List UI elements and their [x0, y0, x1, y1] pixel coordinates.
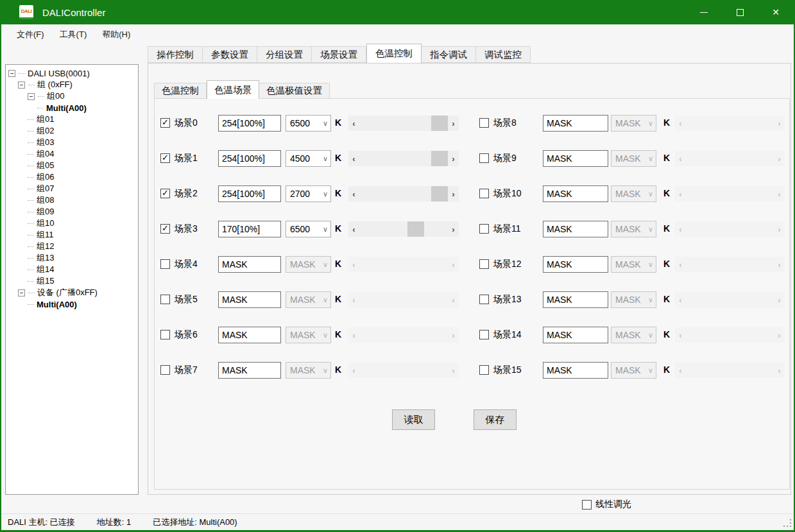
scene-temp-select[interactable]: MASK ∨: [611, 362, 656, 379]
tree-node[interactable]: 组 (0xFF): [6, 79, 138, 90]
tree-node[interactable]: Multi(A00): [6, 102, 138, 114]
tab-7[interactable]: 调试监控: [476, 46, 531, 63]
scene-value-input[interactable]: [543, 291, 608, 308]
collapse-icon[interactable]: [18, 82, 25, 89]
scroll-left-icon[interactable]: ‹: [675, 257, 686, 272]
tree-node[interactable]: 组13: [6, 252, 138, 264]
scroll-left-icon[interactable]: ‹: [348, 186, 359, 202]
scene-scrollbar[interactable]: ‹ ›: [675, 327, 785, 343]
scroll-right-icon[interactable]: ›: [448, 151, 459, 166]
scene-value-input[interactable]: [218, 327, 281, 343]
scene-temp-select[interactable]: MASK ∨: [611, 185, 656, 202]
tree-node[interactable]: 组07: [6, 183, 138, 194]
linear-dimming-option[interactable]: 线性调光: [582, 499, 631, 510]
scroll-left-icon[interactable]: ‹: [348, 221, 359, 237]
tab-6[interactable]: 指令调试: [422, 46, 476, 63]
scene-scrollbar[interactable]: ‹ ›: [675, 292, 785, 307]
scene-temp-select[interactable]: 6500 ∨: [286, 221, 331, 237]
scene-temp-select[interactable]: MASK ∨: [286, 256, 331, 273]
scene-scrollbar[interactable]: ‹ ›: [348, 292, 459, 307]
minimize-button[interactable]: [686, 0, 722, 24]
tree-node[interactable]: 组01: [6, 114, 138, 125]
tab-3[interactable]: 分组设置: [257, 46, 312, 63]
scroll-right-icon[interactable]: ›: [448, 186, 459, 202]
scene-scrollbar[interactable]: ‹ ›: [675, 257, 785, 272]
scene-checkbox[interactable]: ✓: [479, 365, 489, 375]
scroll-right-icon[interactable]: ›: [448, 116, 459, 131]
tree-node[interactable]: 组08: [6, 194, 138, 206]
tree-node[interactable]: 组04: [6, 148, 138, 160]
tree-node[interactable]: 组12: [6, 241, 138, 252]
scene-scrollbar[interactable]: ‹ ›: [348, 151, 459, 166]
scene-scrollbar[interactable]: ‹ ›: [675, 116, 785, 131]
scene-scrollbar[interactable]: ‹ ›: [348, 327, 459, 343]
scroll-left-icon[interactable]: ‹: [348, 116, 359, 131]
resize-grip-icon[interactable]: [783, 519, 791, 527]
scene-scrollbar[interactable]: ‹ ›: [348, 257, 459, 272]
scroll-right-icon[interactable]: ›: [448, 221, 459, 237]
scroll-right-icon[interactable]: ›: [774, 292, 785, 307]
scene-checkbox[interactable]: ✓: [160, 295, 170, 304]
scroll-left-icon[interactable]: ‹: [348, 327, 359, 343]
tree-node[interactable]: 组11: [6, 229, 138, 241]
scroll-left-icon[interactable]: ‹: [675, 292, 686, 307]
subtab-1[interactable]: 色温控制: [154, 83, 207, 99]
scene-value-input[interactable]: [543, 256, 608, 273]
scrollbar-thumb[interactable]: [407, 221, 424, 237]
scene-temp-select[interactable]: MASK ∨: [611, 221, 656, 237]
scene-scrollbar[interactable]: ‹ ›: [675, 221, 785, 237]
subtab-2[interactable]: 色温场景: [207, 80, 259, 99]
scene-value-input[interactable]: [543, 150, 608, 167]
tree-node[interactable]: 组05: [6, 160, 138, 171]
scene-checkbox[interactable]: ✓: [160, 224, 170, 234]
tab-5[interactable]: 色温控制: [366, 44, 422, 63]
scroll-left-icon[interactable]: ‹: [675, 363, 686, 378]
scene-scrollbar[interactable]: ‹ ›: [348, 221, 459, 237]
scroll-left-icon[interactable]: ‹: [675, 186, 686, 202]
scene-temp-select[interactable]: 4500 ∨: [286, 150, 331, 167]
scroll-right-icon[interactable]: ›: [774, 221, 785, 237]
scene-scrollbar[interactable]: ‹ ›: [675, 151, 785, 166]
scene-checkbox[interactable]: ✓: [479, 153, 489, 163]
close-button[interactable]: ✕: [758, 0, 794, 24]
tree-node[interactable]: 组03: [6, 137, 138, 148]
scene-checkbox[interactable]: ✓: [479, 295, 489, 304]
tree-node[interactable]: 组14: [6, 264, 138, 275]
scene-scrollbar[interactable]: ‹ ›: [348, 363, 459, 378]
scene-value-input[interactable]: [218, 150, 281, 167]
scene-temp-select[interactable]: MASK ∨: [611, 256, 656, 273]
scroll-left-icon[interactable]: ‹: [348, 363, 359, 378]
scene-checkbox[interactable]: ✓: [479, 330, 489, 339]
scroll-left-icon[interactable]: ‹: [675, 327, 686, 343]
scroll-left-icon[interactable]: ‹: [675, 151, 686, 166]
maximize-button[interactable]: [722, 0, 758, 24]
scene-temp-select[interactable]: MASK ∨: [286, 362, 331, 379]
scroll-right-icon[interactable]: ›: [774, 257, 785, 272]
tree-node[interactable]: 组15: [6, 275, 138, 287]
scene-scrollbar[interactable]: ‹ ›: [675, 186, 785, 202]
scroll-right-icon[interactable]: ›: [774, 363, 785, 378]
scroll-left-icon[interactable]: ‹: [675, 221, 686, 237]
scene-temp-select[interactable]: 2700 ∨: [286, 185, 331, 202]
scene-value-input[interactable]: [218, 291, 281, 308]
scene-value-input[interactable]: [543, 362, 608, 379]
scroll-left-icon[interactable]: ‹: [348, 292, 359, 307]
scene-checkbox[interactable]: ✓: [160, 189, 170, 198]
scene-value-input[interactable]: [218, 115, 281, 132]
collapse-icon[interactable]: [28, 93, 35, 100]
scene-scrollbar[interactable]: ‹ ›: [348, 186, 459, 202]
linear-dimming-checkbox[interactable]: [582, 500, 592, 510]
menu-item[interactable]: 帮助(H): [94, 26, 138, 43]
scene-checkbox[interactable]: ✓: [479, 189, 489, 198]
scene-value-input[interactable]: [543, 221, 608, 237]
scene-checkbox[interactable]: ✓: [160, 153, 170, 163]
scene-checkbox[interactable]: ✓: [160, 330, 170, 339]
scene-temp-select[interactable]: MASK ∨: [611, 291, 656, 308]
scene-temp-select[interactable]: 6500 ∨: [286, 115, 331, 132]
tree-node[interactable]: 组10: [6, 218, 138, 229]
scroll-right-icon[interactable]: ›: [774, 151, 785, 166]
scene-value-input[interactable]: [218, 256, 281, 273]
tree-node[interactable]: 设备 (广播0xFF): [6, 287, 138, 298]
scroll-left-icon[interactable]: ‹: [348, 151, 359, 166]
tree-node[interactable]: Multi(A00): [6, 298, 138, 310]
